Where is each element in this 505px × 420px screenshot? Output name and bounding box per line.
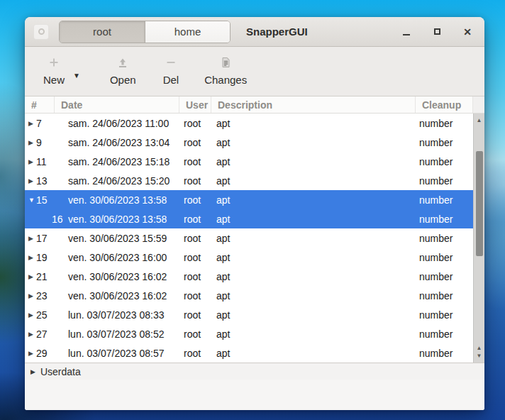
row-date: ven. 30/06/2023 15:59 bbox=[55, 233, 179, 244]
row-cleanup: number bbox=[416, 233, 473, 244]
row-number: 13 bbox=[36, 175, 55, 187]
row-expander-icon[interactable]: ▶ bbox=[25, 158, 36, 165]
row-number: 7 bbox=[36, 118, 55, 129]
minimize-icon bbox=[403, 34, 410, 36]
row-cleanup: number bbox=[416, 175, 473, 187]
row-cleanup: number bbox=[416, 348, 473, 359]
userdata-expander[interactable]: ▶ Userdata bbox=[25, 363, 484, 380]
table-row[interactable]: ▶ 17 ven. 30/06/2023 15:59 root apt numb… bbox=[25, 228, 473, 248]
changes-document-icon bbox=[220, 56, 231, 69]
column-header-number[interactable]: # bbox=[25, 96, 55, 113]
new-dropdown-button[interactable]: ▼ bbox=[73, 72, 80, 79]
column-header-description[interactable]: Description bbox=[211, 96, 416, 113]
row-date: sam. 24/06/2023 15:18 bbox=[55, 156, 179, 167]
scrollbar-thumb[interactable] bbox=[476, 151, 483, 256]
window-title: SnapperGUI bbox=[246, 26, 308, 38]
scroll-up-icon[interactable]: ▲ bbox=[474, 118, 484, 123]
scroll-step-up-icon[interactable]: ▲ bbox=[474, 346, 484, 351]
row-description: apt bbox=[211, 233, 416, 244]
changes-button[interactable]: Changes bbox=[200, 55, 251, 87]
column-header-cleanup[interactable]: Cleanup bbox=[416, 96, 473, 113]
column-header-date[interactable]: Date bbox=[55, 96, 179, 113]
row-cleanup: number bbox=[416, 328, 473, 340]
snappergui-window: root home SnapperGUI ✕ New ▼ bbox=[25, 17, 484, 410]
row-date: ven. 30/06/2023 13:58 bbox=[55, 194, 179, 206]
titlebar[interactable]: root home SnapperGUI ✕ bbox=[25, 17, 484, 47]
row-expander-icon[interactable]: ▶ bbox=[25, 254, 36, 261]
row-expander-icon[interactable]: ▶ bbox=[25, 273, 36, 280]
row-number: 11 bbox=[36, 156, 55, 167]
row-number: 25 bbox=[36, 309, 55, 321]
row-description: apt bbox=[211, 348, 416, 359]
table-row[interactable]: ▼ 15 ven. 30/06/2023 13:58 root apt numb… bbox=[25, 190, 473, 209]
dropdown-arrow-icon: ▼ bbox=[73, 72, 80, 79]
table-row[interactable]: ▶ 11 sam. 24/06/2023 15:18 root apt numb… bbox=[25, 152, 473, 171]
row-cleanup: number bbox=[416, 309, 473, 321]
table-row[interactable]: 16 ven. 30/06/2023 13:58 root apt number bbox=[25, 209, 473, 228]
tab-root[interactable]: root bbox=[60, 21, 145, 43]
close-button[interactable]: ✕ bbox=[462, 26, 473, 38]
row-expander-icon[interactable]: ▶ bbox=[25, 120, 36, 127]
table-row[interactable]: ▶ 25 lun. 03/07/2023 08:33 root apt numb… bbox=[25, 305, 473, 324]
row-date: lun. 03/07/2023 08:52 bbox=[55, 328, 179, 340]
open-arrow-icon bbox=[117, 56, 128, 69]
maximize-button[interactable] bbox=[431, 26, 443, 38]
table-row[interactable]: ▶ 29 lun. 03/07/2023 08:57 root apt numb… bbox=[25, 343, 473, 363]
minus-icon bbox=[165, 56, 177, 69]
snapshot-disc-icon bbox=[38, 28, 45, 35]
new-button[interactable]: New bbox=[39, 55, 69, 87]
row-user: root bbox=[179, 194, 211, 206]
open-button-label: Open bbox=[110, 74, 136, 86]
toolbar: New ▼ Open Del bbox=[25, 47, 484, 96]
row-number: 16 bbox=[36, 214, 55, 225]
row-description: apt bbox=[211, 156, 416, 167]
app-icon bbox=[33, 24, 49, 40]
row-number: 21 bbox=[36, 271, 55, 282]
row-user: root bbox=[179, 290, 211, 302]
table-row[interactable]: ▶ 7 sam. 24/06/2023 11:00 root apt numbe… bbox=[25, 114, 473, 133]
row-date: ven. 30/06/2023 16:02 bbox=[55, 290, 179, 302]
changes-button-label: Changes bbox=[204, 74, 247, 86]
scroll-step-down-icon[interactable]: ▼ bbox=[474, 353, 484, 359]
row-date: lun. 03/07/2023 08:57 bbox=[55, 348, 179, 359]
row-number: 9 bbox=[36, 137, 55, 148]
row-description: apt bbox=[211, 214, 416, 225]
row-number: 27 bbox=[36, 328, 55, 340]
userdata-content-area bbox=[25, 380, 484, 410]
maximize-icon bbox=[434, 28, 440, 35]
row-expander-icon[interactable]: ▶ bbox=[25, 311, 36, 319]
table-row[interactable]: ▶ 23 ven. 30/06/2023 16:02 root apt numb… bbox=[25, 286, 473, 305]
column-header-user[interactable]: User bbox=[179, 96, 211, 113]
row-date: ven. 30/06/2023 13:58 bbox=[55, 214, 179, 225]
row-description: apt bbox=[211, 290, 416, 302]
table-row[interactable]: ▶ 21 ven. 30/06/2023 16:02 root apt numb… bbox=[25, 267, 473, 286]
row-user: root bbox=[179, 348, 211, 359]
row-expander-icon[interactable]: ▶ bbox=[25, 139, 36, 146]
row-description: apt bbox=[211, 271, 416, 282]
row-description: apt bbox=[211, 118, 416, 129]
vertical-scrollbar[interactable]: ▲ ▲ ▼ bbox=[473, 114, 484, 363]
table-header: # Date User Description Cleanup bbox=[25, 96, 484, 114]
row-expander-icon[interactable]: ▶ bbox=[25, 331, 36, 338]
row-description: apt bbox=[211, 328, 416, 340]
row-cleanup: number bbox=[416, 137, 473, 148]
table-row[interactable]: ▶ 9 sam. 24/06/2023 13:04 root apt numbe… bbox=[25, 133, 473, 152]
row-cleanup: number bbox=[416, 271, 473, 282]
del-button[interactable]: Del bbox=[159, 55, 184, 87]
expander-arrow-icon: ▶ bbox=[30, 368, 35, 375]
tab-home[interactable]: home bbox=[145, 21, 230, 43]
table-row[interactable]: ▶ 19 ven. 30/06/2023 16:00 root apt numb… bbox=[25, 248, 473, 267]
table-row[interactable]: ▶ 27 lun. 03/07/2023 08:52 root apt numb… bbox=[25, 324, 473, 343]
table-row[interactable]: ▶ 13 sam. 24/06/2023 15:20 root apt numb… bbox=[25, 171, 473, 190]
row-expander-icon[interactable]: ▶ bbox=[25, 235, 36, 242]
snapshot-list: ▶ 7 sam. 24/06/2023 11:00 root apt numbe… bbox=[25, 114, 484, 363]
row-number: 23 bbox=[36, 290, 55, 302]
minimize-button[interactable] bbox=[401, 26, 412, 38]
config-tab-group: root home bbox=[59, 21, 231, 43]
row-expander-icon[interactable]: ▶ bbox=[25, 350, 36, 357]
row-expander-icon[interactable]: ▼ bbox=[25, 197, 36, 204]
row-expander-icon[interactable]: ▶ bbox=[25, 177, 36, 184]
row-expander-icon[interactable]: ▶ bbox=[25, 292, 36, 299]
open-button[interactable]: Open bbox=[106, 55, 140, 87]
userdata-label: Userdata bbox=[40, 366, 81, 377]
